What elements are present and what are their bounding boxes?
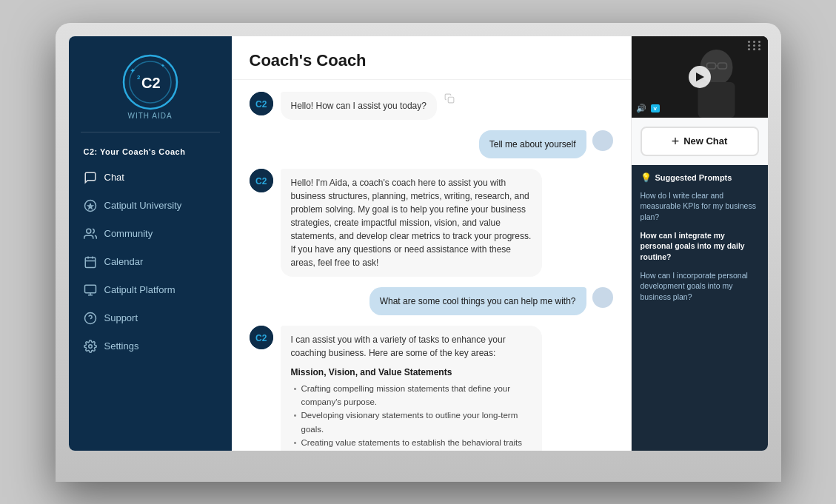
svg-text:C2: C2: [255, 333, 267, 343]
ai-avatar-graphic-3: C2: [250, 326, 273, 349]
svg-rect-8: [85, 258, 96, 268]
sidebar-item-chat[interactable]: Chat: [69, 164, 232, 192]
svg-text:✦: ✦: [161, 63, 165, 68]
sidebar: ✦ ✦ C2 2 WITH AIDA C2: Your Coach's Coac…: [69, 36, 232, 451]
svg-text:C2: C2: [141, 75, 161, 91]
sidebar-item-catipult-university[interactable]: Catipult University: [69, 192, 232, 220]
user-message-2: What are some cool things you can help m…: [380, 296, 576, 306]
prompt-item-3[interactable]: How can I incorporate personal developme…: [641, 270, 759, 303]
settings-label: Settings: [104, 340, 139, 352]
copy-icon-1[interactable]: [444, 93, 455, 104]
chat-icon: [84, 171, 97, 184]
main-content: Coach's Coach C2 Hello! How can I assist…: [232, 36, 631, 451]
vimeo-badge: v: [651, 104, 660, 112]
svg-rect-20: [448, 97, 454, 103]
prompt-item-1[interactable]: How do I write clear and measurable KPIs…: [641, 190, 759, 223]
svg-rect-12: [84, 285, 96, 293]
ai-avatar: C2: [250, 92, 273, 115]
video-thumbnail[interactable]: 🔊 v: [632, 36, 768, 118]
brand-subtitle: WITH AIDA: [127, 112, 172, 120]
laptop-screen: ✦ ✦ C2 2 WITH AIDA C2: Your Coach's Coac…: [69, 36, 768, 451]
bullet-1-2: Developing visionary statements to outli…: [291, 409, 532, 436]
section-heading-1: Mission, Vision, and Value Statements: [291, 366, 532, 379]
ai-message-1: Hello! How can I assist you today?: [291, 101, 427, 111]
bullet-1-1: Crafting compelling mission statements t…: [291, 382, 532, 409]
message-row-2: Tell me about yourself: [250, 130, 613, 158]
community-label: Community: [104, 228, 153, 239]
chat-area[interactable]: C2 Hello! How can I assist you today?: [232, 80, 631, 451]
sidebar-item-support[interactable]: Support: [69, 304, 232, 332]
copy-area-1: [444, 93, 455, 104]
new-chat-label: New Chat: [683, 135, 727, 147]
right-panel: 🔊 v + New Chat 💡 Suggested Prompts How d…: [631, 36, 768, 451]
user-message-1: Tell me about yourself: [489, 139, 576, 149]
ai-avatar-graphic: C2: [250, 92, 273, 115]
message-row-1: C2 Hello! How can I assist you today?: [250, 92, 613, 120]
video-grid-icon: [748, 41, 762, 50]
sidebar-divider: [81, 132, 220, 132]
sidebar-item-community[interactable]: Community: [69, 220, 232, 248]
message-row-4: What are some cool things you can help m…: [250, 287, 613, 315]
message-row-5: C2 I can assist you with a variety of ta…: [250, 326, 613, 451]
ai-bubble-2: Hello! I'm Aida, a coach's coach here to…: [281, 169, 543, 277]
chat-label: Chat: [104, 172, 124, 183]
community-icon: [84, 227, 97, 241]
new-chat-button[interactable]: + New Chat: [641, 127, 759, 156]
support-label: Support: [104, 312, 138, 323]
play-button[interactable]: [689, 66, 711, 88]
bullet-1-3: Creating value statements to establish t…: [291, 436, 532, 450]
svg-text:C2: C2: [255, 99, 267, 110]
calendar-label: Calendar: [104, 256, 144, 267]
sidebar-nav: Chat Catipult University: [69, 161, 232, 451]
volume-icon: 🔊: [636, 104, 646, 113]
user-avatar-1: [592, 130, 613, 151]
prompt-item-2[interactable]: How can I integrate my personal goals in…: [641, 230, 759, 263]
catipult-university-label: Catipult University: [104, 200, 182, 211]
svg-text:✦: ✦: [130, 67, 136, 75]
sidebar-item-calendar[interactable]: Calendar: [69, 248, 232, 276]
sidebar-item-catipult-platform[interactable]: Catipult Platform: [69, 276, 232, 304]
ai-avatar-2: C2: [250, 169, 273, 192]
svg-text:C2: C2: [255, 176, 267, 187]
new-chat-plus-icon: +: [672, 135, 680, 148]
main-header: Coach's Coach: [232, 36, 631, 80]
calendar-icon: [84, 255, 97, 269]
ai-message-2: Hello! I'm Aida, a coach's coach here to…: [291, 178, 532, 268]
page-title: Coach's Coach: [250, 51, 613, 70]
support-icon: [84, 312, 97, 325]
user-bubble-2: What are some cool things you can help m…: [369, 287, 586, 315]
suggested-prompts-panel: 💡 Suggested Prompts How do I write clear…: [632, 165, 768, 451]
svg-point-17: [88, 344, 92, 348]
ai-avatar-graphic-2: C2: [250, 169, 273, 192]
laptop-outer: ✦ ✦ C2 2 WITH AIDA C2: Your Coach's Coac…: [56, 23, 781, 482]
settings-icon: [84, 340, 97, 353]
logo-icon: ✦ ✦ C2 2: [121, 53, 180, 112]
sidebar-brand-title: C2: Your Coach's Coach: [69, 141, 232, 161]
video-placeholder: 🔊 v: [632, 36, 768, 118]
suggested-prompts-title: 💡 Suggested Prompts: [641, 172, 759, 183]
suggested-prompts-label: Suggested Prompts: [655, 173, 732, 182]
catipult-platform-label: Catipult Platform: [104, 284, 175, 295]
ai-bubble-1: Hello! How can I assist you today?: [281, 92, 437, 120]
user-bubble-1: Tell me about yourself: [479, 130, 586, 158]
message-row-3: C2 Hello! I'm Aida, a coach's coach here…: [250, 169, 613, 277]
svg-point-7: [86, 229, 90, 233]
svg-text:2: 2: [137, 74, 141, 81]
sidebar-item-settings[interactable]: Settings: [69, 332, 232, 360]
university-icon: [84, 199, 97, 212]
platform-icon: [84, 283, 97, 297]
ai-bubble-3: I can assist you with a variety of tasks…: [281, 326, 543, 451]
play-triangle-icon: [696, 73, 704, 81]
ai-avatar-3: C2: [250, 326, 273, 349]
sidebar-logo-area: ✦ ✦ C2 2 WITH AIDA: [69, 36, 232, 132]
ai-message-3-intro: I can assist you with a variety of tasks…: [291, 333, 532, 360]
user-avatar-2: [592, 287, 613, 308]
video-controls: 🔊 v: [636, 104, 763, 113]
lightbulb-icon: 💡: [641, 172, 652, 183]
